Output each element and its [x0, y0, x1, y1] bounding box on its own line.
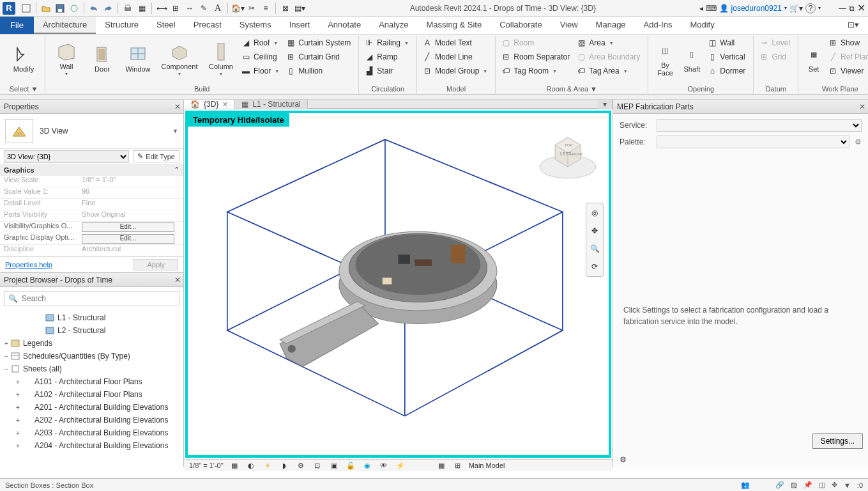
print-icon[interactable]	[121, 1, 135, 15]
tree-item[interactable]: +Legends	[0, 337, 183, 350]
tree-item[interactable]: +A101 - Architectural Floor Plans	[0, 375, 183, 388]
stair-button[interactable]: ▟Stair	[363, 64, 413, 78]
props-category[interactable]: Graphics⌃	[0, 164, 183, 176]
room-separator-button[interactable]: ⊟Room Separator	[499, 50, 574, 64]
tag-icon[interactable]: ✎	[197, 1, 211, 15]
show-button[interactable]: ⊞Show	[826, 36, 868, 50]
tab-annotate[interactable]: Annotate	[319, 17, 370, 34]
orbit-icon[interactable]: ⟳	[588, 260, 602, 274]
tree-expand-icon[interactable]: −	[3, 366, 10, 373]
wall-opening-button[interactable]: ◫Wall	[706, 36, 749, 50]
project-tree[interactable]: L1 - StructuralL2 - Structural+Legends−S…	[0, 310, 183, 467]
section-icon[interactable]: ✂	[245, 1, 259, 15]
properties-help-link[interactable]: Properties help	[5, 261, 52, 269]
tab-manage[interactable]: Manage	[587, 17, 635, 34]
tab-modify[interactable]: Modify	[681, 17, 723, 34]
select-face-icon[interactable]: ◫	[819, 481, 825, 489]
lock-icon[interactable]: 🔓	[345, 460, 356, 471]
area-button[interactable]: ▨Area▼	[575, 36, 644, 50]
shadows-icon[interactable]: ◗	[278, 460, 290, 471]
visual-style-icon[interactable]: ◐	[245, 460, 257, 471]
tree-expand-icon[interactable]: −	[3, 353, 10, 360]
search-input[interactable]	[22, 294, 175, 303]
property-row[interactable]: Visibility/Graphics O...Edit...	[0, 222, 183, 233]
tab-insert[interactable]: Insert	[280, 17, 319, 34]
window-button[interactable]: Window	[121, 36, 155, 82]
rendering-icon[interactable]: ⚙	[295, 460, 307, 471]
undo-icon[interactable]	[87, 1, 101, 15]
property-edit-button[interactable]: Edit...	[82, 222, 174, 232]
tab-collaborate[interactable]: Collaborate	[491, 17, 551, 34]
status-worksets-icon[interactable]: 👥	[741, 481, 750, 489]
dormer-button[interactable]: ⌂Dormer	[706, 64, 749, 78]
tab-systems[interactable]: Systems	[231, 17, 280, 34]
thinlines-icon[interactable]: ≡	[259, 1, 273, 15]
property-row[interactable]: Graphic Display Opti...Edit...	[0, 233, 183, 245]
tab-view[interactable]: View	[551, 17, 587, 34]
crop-region-icon[interactable]: ▣	[328, 460, 340, 471]
door-button[interactable]: Door	[85, 36, 119, 82]
select-links-icon[interactable]: 🔗	[775, 481, 784, 489]
close-icon[interactable]: ✕	[857, 2, 865, 14]
tree-item[interactable]: L2 - Structural	[0, 324, 183, 337]
sync-icon[interactable]	[67, 1, 81, 15]
tree-expand-icon[interactable]: +	[14, 404, 22, 411]
column-button[interactable]: Column▼	[204, 36, 238, 82]
tab-steel[interactable]: Steel	[148, 17, 185, 34]
tree-item[interactable]: +A201 - Architectural Building Elevation…	[0, 401, 183, 414]
drag-icon[interactable]: ✥	[832, 481, 837, 489]
tree-item[interactable]: −Schedules/Quantities (By Type)	[0, 350, 183, 362]
mullion-button[interactable]: ▯Mullion	[284, 64, 354, 78]
viewcube[interactable]: LEFT FRONT TOP	[536, 122, 600, 186]
tab-precast[interactable]: Precast	[185, 17, 231, 34]
dim-icon[interactable]: ↔	[183, 1, 197, 15]
qat-icon[interactable]: ▦	[135, 1, 149, 15]
redo-icon[interactable]	[101, 1, 115, 15]
full-nav-wheel-icon[interactable]: ◎	[588, 206, 602, 220]
select-pinned-icon[interactable]: 📌	[803, 481, 812, 489]
default3d-icon[interactable]: 🏠▾	[231, 1, 245, 15]
model-group-label[interactable]: Main Model	[469, 462, 505, 469]
vertical-button[interactable]: ▯Vertical	[706, 50, 749, 64]
keyboard-icon[interactable]: ⌨	[706, 4, 717, 13]
sun-path-icon[interactable]: ☀	[262, 460, 273, 471]
text-icon[interactable]: A	[211, 1, 225, 15]
view-scale[interactable]: 1/8" = 1'-0"	[189, 462, 224, 469]
drawing-canvas[interactable]: Temporary Hide/Isolate	[185, 111, 611, 458]
tree-expand-icon[interactable]: +	[14, 430, 22, 437]
tree-expand-icon[interactable]: +	[14, 378, 22, 386]
worksets-icon[interactable]: ▦	[436, 460, 447, 471]
project-browser-close-icon[interactable]: ✕	[174, 276, 181, 284]
railing-button[interactable]: ⊪Railing▼	[363, 36, 413, 50]
close-tab-icon[interactable]: ✕	[222, 100, 228, 109]
tree-item[interactable]: +A204 - Architectural Building Elevation…	[0, 439, 183, 452]
detail-level-icon[interactable]: ▦	[229, 460, 240, 471]
mep-toolbar-icon[interactable]: ⚙	[620, 455, 627, 464]
measure-icon[interactable]: ⟷	[155, 1, 169, 15]
tab-analyze[interactable]: Analyze	[370, 17, 417, 34]
tree-expand-icon[interactable]: +	[14, 417, 22, 424]
search-icon[interactable]: ◂	[699, 4, 703, 13]
tab-structure[interactable]: Structure	[96, 17, 148, 34]
model-text-button[interactable]: AModel Text	[421, 36, 491, 50]
filter-icon[interactable]: ▼	[844, 481, 851, 489]
modify-button[interactable]: Modify	[6, 36, 41, 82]
property-edit-button[interactable]: Edit...	[82, 234, 174, 244]
curtain-grid-button[interactable]: ⊞Curtain Grid	[284, 50, 354, 64]
file-tab[interactable]: File	[0, 17, 34, 34]
tab-massing[interactable]: Massing & Site	[417, 17, 491, 34]
instance-selector[interactable]: 3D View: {3D}	[4, 150, 129, 163]
switch-win-icon[interactable]: ▤▾	[293, 1, 307, 15]
open-icon[interactable]	[39, 1, 53, 15]
search-box[interactable]: 🔍	[4, 291, 179, 306]
viewer-button[interactable]: ⊡Viewer	[826, 64, 868, 78]
palette-config-icon[interactable]: ⚙	[855, 137, 862, 146]
tree-item[interactable]: +A202 - Architectural Building Elevation…	[0, 414, 183, 426]
help-icon[interactable]: ?	[805, 3, 816, 13]
restore-icon[interactable]: ⧉	[849, 4, 855, 13]
ceiling-button[interactable]: ▭Ceiling	[240, 50, 283, 64]
byface-button[interactable]: ◫By Face	[652, 36, 678, 82]
mep-close-icon[interactable]: ✕	[859, 102, 865, 111]
component-button[interactable]: Component▼	[156, 36, 202, 82]
tab-architecture[interactable]: Architecture	[34, 17, 96, 34]
